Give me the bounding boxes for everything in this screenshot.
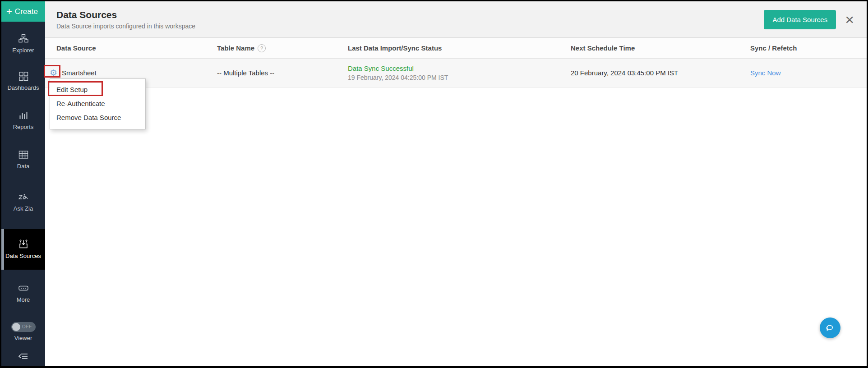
sidebar-item-label: Reports <box>13 124 34 131</box>
help-icon[interactable]: ? <box>258 44 266 52</box>
table-icon <box>18 149 29 160</box>
page-header-text: Data Sources Data Source imports configu… <box>56 9 195 30</box>
add-data-sources-button[interactable]: Add Data Sources <box>764 10 836 29</box>
zia-signature-icon <box>18 192 29 202</box>
bar-chart-icon <box>18 110 29 121</box>
ellipsis-icon <box>18 283 29 294</box>
menu-item-remove-data-source[interactable]: Remove Data Source <box>50 110 145 124</box>
sidebar-item-label: Dashboards <box>7 84 39 92</box>
chat-bubbles-icon <box>824 322 836 333</box>
next-schedule-value: 20 February, 2024 03:45:00 PM IST <box>571 69 750 77</box>
column-header-label: Table Name <box>217 44 254 52</box>
page-header: Data Sources Data Source imports configu… <box>45 1 867 38</box>
sidebar: + Create Explorer Dashboards <box>1 1 45 366</box>
table-row: ⚙ Smartsheet -- Multiple Tables -- Data … <box>45 59 867 87</box>
column-header-data-source: Data Source <box>50 44 217 52</box>
sidebar-item-viewer[interactable]: OFF Viewer <box>1 319 45 345</box>
sidebar-item-more[interactable]: More <box>1 280 45 306</box>
viewer-toggle[interactable]: OFF <box>11 322 36 332</box>
page-subtitle: Data Source imports configured in this w… <box>56 23 195 30</box>
chat-support-button[interactable] <box>820 317 840 338</box>
sitemap-icon <box>18 33 29 44</box>
column-header-next-schedule: Next Schedule Time <box>571 44 750 52</box>
status-badge: Data Sync Successful <box>348 64 571 72</box>
create-button[interactable]: + Create <box>1 1 45 22</box>
status-timestamp: 19 February, 2024 04:25:00 PM IST <box>348 74 571 81</box>
sidebar-item-data-sources[interactable]: Data Sources <box>1 229 45 270</box>
sidebar-item-label: Explorer <box>12 47 34 54</box>
app-window: + Create Explorer Dashboards <box>0 0 868 368</box>
sidebar-item-reports[interactable]: Reports <box>1 107 45 133</box>
context-menu: Edit Setup Re-Authenticate Remove Data S… <box>50 78 146 129</box>
sync-now-link[interactable]: Sync Now <box>750 69 781 77</box>
data-import-icon <box>18 239 29 250</box>
sidebar-item-explorer[interactable]: Explorer <box>1 31 45 57</box>
menu-item-edit-setup[interactable]: Edit Setup <box>50 83 145 97</box>
main-panel: Data Sources Data Source imports configu… <box>45 1 867 366</box>
sidebar-item-data[interactable]: Data <box>1 147 45 173</box>
sidebar-item-ask-zia[interactable]: Ask Zia <box>1 189 45 215</box>
menu-item-re-authenticate[interactable]: Re-Authenticate <box>50 97 145 110</box>
plus-icon: + <box>6 7 12 17</box>
dashboard-grid-icon <box>18 71 29 82</box>
sidebar-item-label: Viewer <box>14 335 32 342</box>
toggle-knob <box>12 323 20 331</box>
page-title: Data Sources <box>56 9 195 20</box>
toggle-state-label: OFF <box>22 324 32 330</box>
table-name-value: -- Multiple Tables -- <box>217 69 348 77</box>
collapse-arrow-icon <box>18 351 29 362</box>
sidebar-item-label: Data Sources <box>5 253 41 260</box>
column-header-table-name: Table Name ? <box>217 44 348 52</box>
sync-status-cell: Data Sync Successful 19 February, 2024 0… <box>348 64 571 81</box>
sidebar-item-label: More <box>17 296 30 304</box>
column-header-sync-status: Last Data Import/Sync Status <box>348 44 571 52</box>
data-source-name: Smartsheet <box>62 69 97 77</box>
collapse-sidebar-button[interactable] <box>1 351 45 362</box>
column-header-sync-refetch: Sync / Refetch <box>750 44 867 52</box>
sidebar-item-dashboards[interactable]: Dashboards <box>1 68 45 94</box>
create-button-label: Create <box>15 7 38 16</box>
table-header-row: Data Source Table Name ? Last Data Impor… <box>45 38 867 59</box>
close-icon[interactable]: × <box>845 12 854 27</box>
sidebar-item-label: Data <box>17 163 29 170</box>
sidebar-item-label: Ask Zia <box>14 205 33 212</box>
gear-icon[interactable]: ⚙ <box>50 69 57 77</box>
